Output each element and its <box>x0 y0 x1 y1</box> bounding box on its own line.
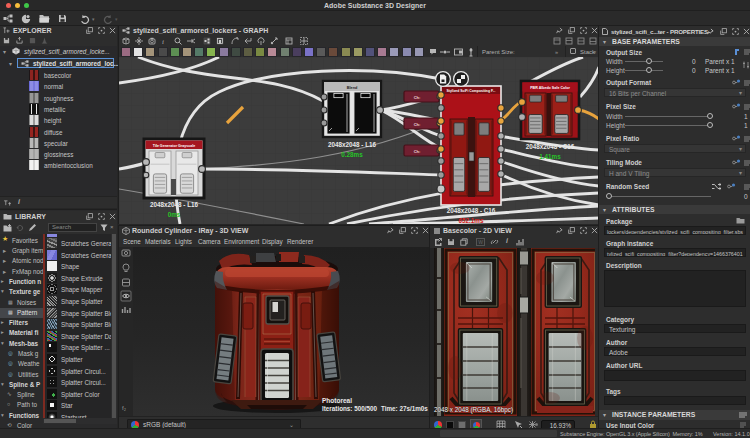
svg-text:652.1ms: 652.1ms <box>459 217 484 224</box>
svg-text:Tile Generator Grayscale: Tile Generator Grayscale <box>153 144 195 148</box>
svg-text:2048x2048 - C16: 2048x2048 - C16 <box>447 207 496 214</box>
svg-text:Ch:: Ch: <box>414 95 421 100</box>
svg-text:Blend: Blend <box>347 86 358 90</box>
svg-text:Time: 27s/1m0s: Time: 27s/1m0s <box>381 405 428 412</box>
svg-text:Ch:: Ch: <box>414 122 421 127</box>
svg-text:2048 x 2048 (RGBA, 16bpc): 2048 x 2048 (RGBA, 16bpc) <box>434 406 513 414</box>
svg-text:Photoreal: Photoreal <box>322 397 352 404</box>
svg-text:2048x2048 - L16: 2048x2048 - L16 <box>150 201 198 208</box>
svg-text:Iterations: 500/500: Iterations: 500/500 <box>322 405 377 412</box>
svg-text:2048x2048 - L16: 2048x2048 - L16 <box>328 141 376 148</box>
svg-text:f₂: f₂ <box>122 405 127 411</box>
svg-text:Ch:: Ch: <box>414 149 421 154</box>
svg-text:1.41ms: 1.41ms <box>539 153 561 160</box>
svg-text:Stylized SciFi Compositing F..: Stylized SciFi Compositing F... <box>447 89 496 93</box>
svg-text:PBR Albedo Safe Color: PBR Albedo Safe Color <box>530 86 570 90</box>
svg-text:0.28ms: 0.28ms <box>341 151 363 158</box>
svg-text:2048x2048 - C16: 2048x2048 - C16 <box>526 143 575 150</box>
svg-text:i: i <box>162 38 164 45</box>
svg-text:0ms: 0ms <box>168 211 181 218</box>
